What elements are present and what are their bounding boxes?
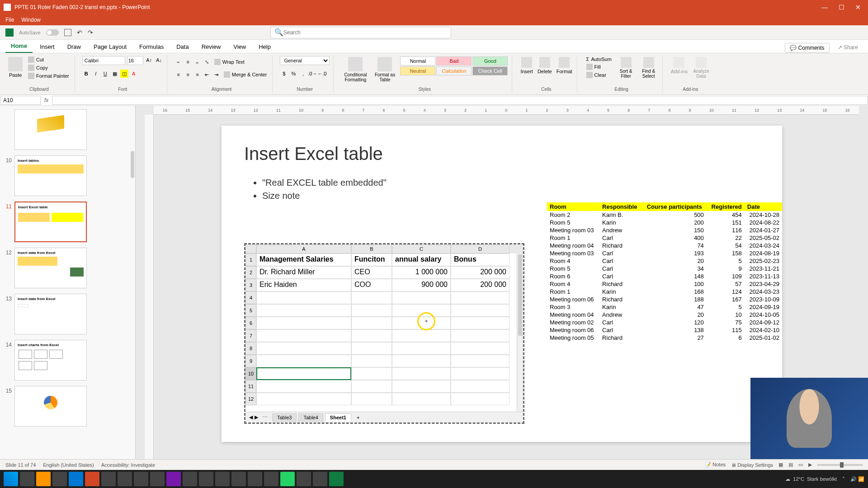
insert-cells-button[interactable]: Insert [519,56,534,75]
taskbar-chrome-icon[interactable] [52,472,67,486]
delete-cells-button[interactable]: Delete [537,56,553,75]
paste-button[interactable]: Paste [7,56,24,79]
tab-insert[interactable]: Insert [34,41,60,53]
table-cell[interactable]: Dr. Richard Miller [256,266,351,279]
tray-chevron-icon[interactable]: ˄ [842,476,845,482]
conditional-formatting-button[interactable]: Conditional Formatting [341,56,370,83]
format-painter-button[interactable]: Format Painter [26,72,71,80]
view-sorter-button[interactable]: ▤ [788,462,793,468]
taskbar-app-icon[interactable] [248,472,262,486]
align-right-button[interactable]: ≡ [193,70,202,79]
number-format-select[interactable]: General [280,56,330,65]
taskbar-app-icon[interactable] [215,472,230,486]
language-status[interactable]: English (United States) [43,462,94,468]
sheet-tab-table3[interactable]: Table3 [272,413,297,422]
style-calculation[interactable]: Calculation [436,66,472,75]
format-as-table-button[interactable]: Format as Table [373,56,397,83]
slide-thumbnails-panel[interactable]: 10Insert tables 11Insert Excel table 12I… [0,106,136,459]
accessibility-status[interactable]: Accessibility: Investigate [101,462,155,468]
maximize-button[interactable]: ☐ [839,4,844,11]
row-header[interactable]: 7 [245,329,256,342]
view-normal-button[interactable]: ▦ [778,462,783,468]
percent-button[interactable]: % [289,70,297,78]
table-cell[interactable]: 1 000 000 [392,266,451,279]
clear-button[interactable]: Clear [585,71,613,79]
col-header-a[interactable]: A [256,244,351,253]
save-button[interactable] [64,29,71,36]
display-settings-button[interactable]: 🖥 Display Settings [731,462,773,468]
sheet-nav-next[interactable]: ▶ [255,414,258,420]
table-cell[interactable]: Eric Haiden [256,279,351,291]
table-cell[interactable]: 200 000 [451,279,509,291]
slide-canvas[interactable]: Insert Excel table "Real EXCEL table emb… [222,126,782,442]
new-sheet-button[interactable]: + [357,415,359,420]
zoom-slider[interactable] [817,464,863,466]
taskbar-edge-icon[interactable] [69,472,83,486]
taskbar-app-icon[interactable] [183,472,197,486]
table-cell[interactable]: Management Salaries [256,253,351,266]
style-bad[interactable]: Bad [436,56,472,66]
start-button[interactable] [4,472,18,486]
taskbar-app-icon[interactable] [199,472,213,486]
table-cell[interactable]: annual salary [392,253,451,266]
slide-thumbnail-10[interactable]: Insert tables [14,155,87,196]
slide-thumbnail[interactable] [14,109,87,150]
formula-bar[interactable] [52,96,868,105]
style-normal[interactable]: Normal [400,56,435,66]
comments-button[interactable]: 💬 Comments [785,43,830,53]
tab-home[interactable]: Home [5,40,33,53]
bold-button[interactable]: B [82,70,90,78]
slide-thumbnail-13[interactable]: Insert data from Excel— — — —— — — — [14,294,87,334]
taskbar-onenote-icon[interactable] [166,472,181,486]
row-header[interactable]: 11 [245,380,256,393]
col-header-c[interactable]: C [392,244,451,253]
autosave-toggle[interactable] [46,29,59,36]
table-cell[interactable]: CEO [351,266,392,279]
cut-button[interactable]: Cut [26,56,71,63]
underline-button[interactable]: U [101,70,109,78]
close-button[interactable]: ✕ [855,4,861,11]
sort-filter-button[interactable]: Sort & Filter [616,56,636,80]
tab-review[interactable]: Review [196,41,226,53]
comma-button[interactable]: , [299,70,307,78]
row-header[interactable]: 10 [245,367,256,380]
slide-thumbnail-14[interactable]: Insert charts from Excel [14,340,87,380]
taskbar-whatsapp-icon[interactable] [280,472,295,486]
tab-page-layout[interactable]: Page Layout [88,41,132,53]
menu-window[interactable]: Window [21,17,41,23]
align-center-button[interactable]: ≡ [184,70,192,79]
table-cell[interactable]: Funciton [351,253,392,266]
row-header[interactable]: 5 [245,304,256,317]
view-reading-button[interactable]: ▭ [798,462,803,468]
increase-decimal-button[interactable]: .0→ [308,70,316,78]
fx-label[interactable]: fx [41,97,52,103]
table-cell[interactable]: 900 000 [392,279,451,291]
fill-color-button[interactable]: ◫ [120,70,128,78]
style-good[interactable]: Good [472,56,508,66]
currency-button[interactable]: $ [280,70,288,78]
weather-widget[interactable]: ☁ 12°C Stark bewölkt [785,476,837,482]
decrease-font-button[interactable]: A↓ [155,56,163,64]
embedded-vscrollbar[interactable] [517,253,523,412]
taskbar-app-icon[interactable] [150,472,165,486]
row-header[interactable]: 9 [245,355,256,367]
taskbar-powerpoint-icon[interactable] [85,472,99,486]
format-cells-button[interactable]: Format [556,56,573,75]
name-box[interactable] [0,96,41,105]
tab-help[interactable]: Help [253,41,276,53]
align-middle-button[interactable]: ≡ [184,58,192,66]
taskbar-app-icon[interactable] [118,472,132,486]
font-size-select[interactable] [127,56,143,65]
taskbar-excel-icon[interactable] [329,472,344,486]
decrease-indent-button[interactable]: ⇤ [203,70,211,79]
border-button[interactable]: ▦ [111,70,119,78]
table-cell[interactable]: COO [351,279,392,291]
fill-button[interactable]: Fill [585,63,613,70]
orientation-button[interactable]: ⤡ [203,58,211,66]
font-name-select[interactable] [82,56,125,65]
increase-indent-button[interactable]: ⇥ [212,70,221,79]
slide-thumbnail-12[interactable]: Insert data from Excel [14,248,87,288]
row-header[interactable]: 2 [245,266,256,279]
row-header[interactable]: 3 [245,279,256,291]
sheet-tab-sheet1[interactable]: Sheet1 [325,413,351,422]
